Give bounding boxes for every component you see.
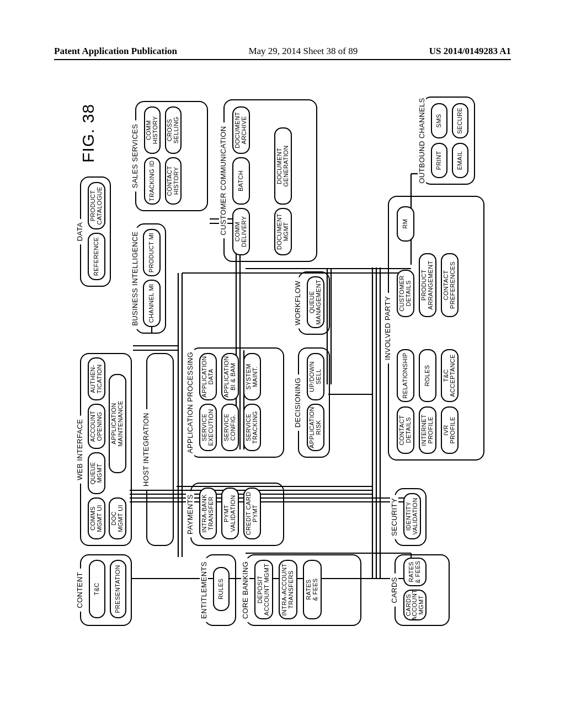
pill-contact-history: CONTACTHISTORY bbox=[165, 157, 182, 205]
pill-product-arrangement: PRODUCTARRANGEMENT bbox=[419, 253, 436, 317]
pill-comm-history: COMMHISTORY bbox=[144, 106, 161, 154]
group-sales: SALES SERVICES TRACKING ID COMMHISTORY C… bbox=[135, 101, 208, 211]
group-cards: CARDS CARDSACCOUNTMGMT RATES& FEES bbox=[395, 554, 450, 626]
pill-comm-delivery: COMMDELIVERY bbox=[232, 208, 250, 255]
pill-rm: RM bbox=[397, 206, 414, 242]
pill-app-bibam: APPLICATIONBI & BAM bbox=[221, 353, 239, 400]
pill-inet-profile: INTERNETPROFILE bbox=[419, 406, 436, 454]
header-left: Patent Application Publication bbox=[54, 46, 177, 57]
pill-doc-mgmt: DOCUMENTMGMT bbox=[274, 208, 292, 255]
pill-presentation: PRESENTATION bbox=[110, 560, 126, 618]
group-host-title: HOST INTEGRATION bbox=[142, 409, 150, 490]
pill-cc-pymt: CREDIT CARDPYMT bbox=[243, 488, 261, 539]
group-involvedparty-title: INVOLVED PARTY bbox=[383, 293, 392, 363]
pill-idval: IDENTITYVALIDATION bbox=[403, 493, 421, 539]
pill-product-catalogue: PRODUCTCATALOGUE bbox=[88, 182, 105, 229]
pill-reference: REFERENCE bbox=[88, 233, 105, 280]
pill-account-opening: ACCOUNTOPENING bbox=[88, 404, 105, 449]
pill-tc: T&C bbox=[89, 560, 105, 618]
group-custcomm: CUSTOMER COMMUNICATION COMMDELIVERY BATC… bbox=[223, 99, 317, 262]
group-entitlements-title: ENTITLEMENTS bbox=[200, 558, 208, 622]
pill-roles: ROLES bbox=[419, 349, 436, 402]
group-payments-title: PAYMENTS bbox=[186, 491, 194, 538]
pill-authentication: AUTHEN-TICATION bbox=[88, 357, 105, 400]
diagram-rotated: FIG. 38 bbox=[80, 94, 486, 626]
pill-secure: SECURE bbox=[452, 103, 468, 138]
group-host: HOST INTEGRATION bbox=[146, 353, 174, 546]
pill-print: PRINT bbox=[431, 143, 447, 178]
pill-email: EMAIL bbox=[452, 143, 468, 178]
group-decisioning-title: DECISIONING bbox=[294, 374, 302, 431]
group-data: DATA REFERENCE PRODUCTCATALOGUE bbox=[80, 176, 111, 287]
group-content: CONTENT T&C PRESENTATION bbox=[80, 554, 132, 626]
group-entitlements: ENTITLEMENTS RULES bbox=[204, 554, 236, 626]
pill-cards-rates: RATES& FEES bbox=[403, 558, 427, 586]
group-sales-title: SALES SERVICES bbox=[131, 121, 139, 192]
pill-system-maint: SYSTEMMAINT. bbox=[243, 353, 261, 400]
pill-contact-pref: CONTACTPREFERENCES bbox=[441, 253, 459, 317]
pill-queue-mgmt: QUEUEMGMT bbox=[88, 452, 105, 494]
diagram: FIG. 38 bbox=[80, 94, 486, 626]
pill-intra-account: INTRA-ACCOUNTTRANSFERS bbox=[279, 560, 297, 619]
pill-cross-selling: CROSSSELLING bbox=[165, 106, 182, 154]
pill-sms: SMS bbox=[431, 103, 447, 138]
group-decisioning: DECISIONING APPLICATIONRISK UP/DOWNSELL bbox=[298, 347, 330, 458]
pill-app-risk: APPLICATIONRISK bbox=[307, 404, 324, 451]
pill-channel-mi: CHANNEL MI bbox=[143, 280, 161, 327]
group-web-title: WEB INTERFACE bbox=[76, 415, 84, 483]
group-outbound-title: OUTBOUND CHANNELS bbox=[418, 94, 426, 187]
pill-service-config: SERVICECONFIG. bbox=[221, 404, 239, 451]
pill-intrabank: INTRA-BANKTRANSFER bbox=[199, 488, 217, 539]
group-payments: PAYMENTS INTRA-BANKTRANSFER PYMTVALIDATI… bbox=[190, 483, 284, 546]
pill-doc-archive: DOCUMENTARCHIVE bbox=[232, 106, 250, 154]
pill-pymt-validation: PYMTVALIDATION bbox=[221, 488, 239, 539]
group-outbound: OUTBOUND CHANNELS PRINT SMS EMAIL SECURE bbox=[422, 97, 475, 185]
pill-rules: RULES bbox=[213, 567, 230, 611]
pill-core-rates: RATES& FEES bbox=[303, 560, 322, 619]
group-custcomm-title: CUSTOMER COMMUNICATION bbox=[219, 122, 227, 238]
group-appproc: APPLICATION PROCESSING SERVICEEXECUTION … bbox=[190, 347, 284, 458]
group-security-title: SECURITY bbox=[390, 495, 398, 539]
pill-updown: UP/DOWNSELL bbox=[307, 353, 324, 400]
page-header: Patent Application Publication May 29, 2… bbox=[0, 46, 565, 57]
group-workflow: WORKFLOW QUEUEMANAGEMENT bbox=[298, 271, 330, 335]
pill-batch: BATCH bbox=[232, 157, 250, 205]
pill-service-exec: SERVICEEXECUTION bbox=[199, 404, 217, 451]
header-rule bbox=[54, 59, 511, 60]
group-involvedparty: INVOLVED PARTY CONTACTDETAILS RELATIONSH… bbox=[388, 196, 484, 461]
pill-cards-acct: CARDSACCOUNTMGMT bbox=[403, 590, 427, 620]
pill-ivr-profile: IVRPROFILE bbox=[441, 406, 459, 454]
group-workflow-title: WORKFLOW bbox=[294, 277, 302, 329]
group-corebanking: CORE BANKING DEPOSITACCOUNT MGMT INTRA-A… bbox=[246, 554, 361, 626]
pill-service-tracking: SERVICETRACKING bbox=[243, 404, 261, 451]
group-security: SECURITY IDENTITYVALIDATION bbox=[395, 488, 427, 546]
group-bi-title: BUSINESS INTELLIGENCE bbox=[131, 228, 139, 329]
pill-product-mi: PRODUCT MI bbox=[143, 229, 161, 276]
pill-app-maintenance: APPLICATIONMAINTENANCE bbox=[109, 374, 126, 473]
pill-tracking-id: TRACKING ID bbox=[144, 157, 161, 205]
header-center: May 29, 2014 Sheet 38 of 89 bbox=[248, 46, 358, 57]
header-right: US 2014/0149283 A1 bbox=[429, 46, 511, 57]
figure-label: FIG. 38 bbox=[79, 104, 98, 163]
group-content-title: CONTENT bbox=[76, 569, 84, 612]
group-bi: BUSINESS INTELLIGENCE CHANNEL MI PRODUCT… bbox=[135, 223, 166, 334]
group-data-title: DATA bbox=[76, 219, 84, 244]
pill-customer-details: CUSTOMERDETAILS bbox=[397, 270, 414, 317]
pill-relationship: RELATIONSHIP bbox=[397, 349, 414, 402]
pill-tc-acceptance: T&CACCEPTANCE bbox=[441, 349, 459, 402]
group-cards-title: CARDS bbox=[390, 574, 398, 607]
pill-contact-details: CONTACTDETAILS bbox=[397, 406, 414, 454]
pill-doc-gen: DOCUMENTGENERATION bbox=[274, 127, 292, 205]
group-corebanking-title: CORE BANKING bbox=[241, 558, 249, 622]
group-web: WEB INTERFACE COMMSMGMT UI QUEUEMGMT ACC… bbox=[80, 353, 132, 546]
pill-app-data: APPLICATIONDATA bbox=[199, 353, 217, 400]
pill-deposit-acct: DEPOSITACCOUNT MGMT bbox=[254, 560, 273, 619]
group-appproc-title: APPLICATION PROCESSING bbox=[186, 349, 194, 457]
pill-comms-ui: COMMSMGMT UI bbox=[88, 497, 105, 539]
pill-doc-ui: DOCMGMT UI bbox=[109, 497, 126, 539]
pill-queue-mgmt2: QUEUEMANAGEMENT bbox=[307, 276, 324, 328]
